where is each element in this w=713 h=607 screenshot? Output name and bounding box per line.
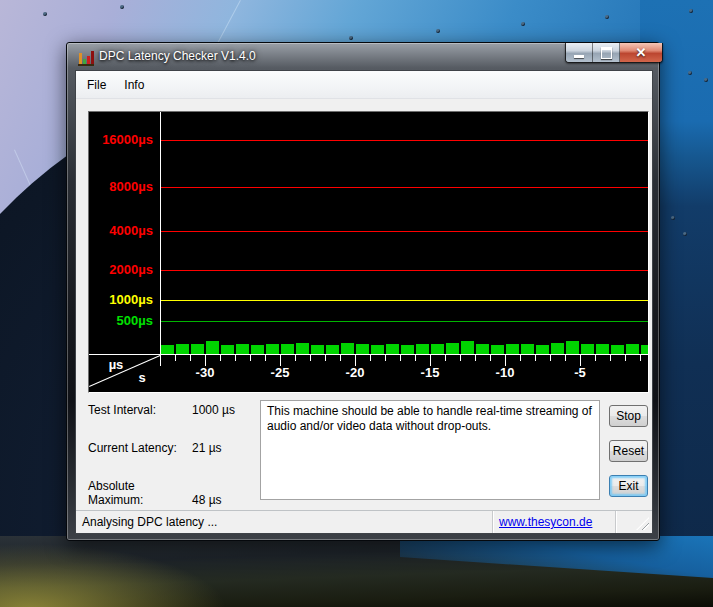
- title-bar[interactable]: DPC Latency Checker V1.4.0 ✕: [67, 43, 659, 70]
- x-axis-minor-tick: [520, 354, 521, 361]
- latency-bar: [236, 344, 249, 354]
- rivet-dot: [349, 36, 353, 40]
- maximize-button[interactable]: [593, 43, 620, 62]
- x-axis-minor-tick: [565, 354, 566, 361]
- latency-bar: [311, 345, 324, 354]
- threshold-line-8000µs: [161, 187, 648, 188]
- app-icon-bar: [87, 56, 90, 64]
- rivet-dot: [704, 78, 708, 82]
- x-axis-minor-tick: [295, 354, 296, 361]
- chart-plot: µs s 16000µs8000µs4000µs2000µs1000µs500µ…: [89, 112, 648, 392]
- app-icon-bar: [83, 59, 86, 64]
- x-axis-minor-tick: [325, 354, 326, 361]
- x-axis-tick-label: -20: [335, 365, 375, 380]
- x-axis-minor-tick: [310, 354, 311, 361]
- latency-bar: [626, 344, 639, 354]
- x-axis-tick-label: -5: [560, 365, 600, 380]
- y-axis-label: 500µs: [89, 313, 153, 329]
- minimize-button[interactable]: [566, 43, 593, 62]
- x-axis-tick-label: -25: [260, 365, 300, 380]
- latency-bar: [191, 344, 204, 354]
- x-axis-minor-tick: [250, 354, 251, 361]
- rivet-dot: [120, 5, 124, 9]
- latency-bar: [341, 343, 354, 354]
- x-axis-minor-tick: [385, 354, 386, 361]
- menu-info[interactable]: Info: [115, 75, 153, 95]
- y-axis-unit-label: µs: [99, 357, 133, 372]
- latency-bar: [446, 343, 459, 354]
- x-axis-minor-tick: [220, 354, 221, 361]
- latency-bar: [506, 344, 519, 354]
- stat-label: Absolute Maximum:: [88, 479, 192, 507]
- x-axis-tick-label: -30: [185, 365, 225, 380]
- latency-bar: [521, 344, 534, 354]
- x-axis-minor-tick: [595, 354, 596, 361]
- latency-bar: [281, 344, 294, 354]
- app-icon-bar: [79, 53, 82, 64]
- stat-label: Test Interval:: [88, 403, 192, 417]
- threshold-line-2000µs: [161, 270, 648, 271]
- status-link-panel: www.thesycon.de: [493, 511, 616, 533]
- app-icon: [78, 49, 94, 66]
- exit-button[interactable]: Exit: [609, 475, 648, 497]
- close-button[interactable]: ✕: [620, 43, 662, 62]
- thesycon-link[interactable]: www.thesycon.de: [499, 515, 592, 529]
- latency-bar: [551, 343, 564, 354]
- latency-bar: [611, 345, 624, 354]
- stat-value: 1000 µs: [192, 403, 235, 417]
- rivet-dot: [43, 12, 47, 16]
- x-axis-minor-tick: [340, 354, 341, 361]
- latency-bar: [251, 345, 264, 354]
- x-axis-minor-tick: [415, 354, 416, 361]
- latency-bar: [476, 344, 489, 354]
- menu-file[interactable]: File: [78, 75, 115, 95]
- latency-bar: [536, 345, 549, 354]
- x-axis-minor-tick: [475, 354, 476, 361]
- stop-button[interactable]: Stop: [609, 405, 648, 427]
- x-axis-unit-label: s: [135, 370, 149, 385]
- latency-bar: [596, 344, 609, 354]
- window-content: File Info µs s 16000µs8000µs4000µs2000µs…: [75, 70, 653, 534]
- rivet-dot: [689, 9, 693, 13]
- latency-bar: [161, 345, 174, 354]
- x-axis-minor-tick: [610, 354, 611, 361]
- result-message-box: This machine should be able to handle re…: [260, 400, 600, 500]
- resize-grip[interactable]: [636, 517, 649, 530]
- minimize-icon: [574, 55, 584, 58]
- status-grip-panel: [616, 511, 652, 533]
- latency-bar: [371, 345, 384, 354]
- latency-bar: [221, 345, 234, 354]
- app-window: DPC Latency Checker V1.4.0 ✕ File Info µ…: [66, 42, 660, 541]
- x-axis-minor-tick: [490, 354, 491, 361]
- threshold-line-4000µs: [161, 231, 648, 232]
- app-icon-bar: [91, 51, 94, 64]
- rivet-dot: [683, 232, 687, 236]
- x-axis-minor-tick: [190, 354, 191, 361]
- y-axis-label: 16000µs: [89, 132, 153, 148]
- threshold-line-1000µs: [161, 300, 648, 301]
- latency-bar: [431, 344, 444, 354]
- x-axis-minor-tick: [535, 354, 536, 361]
- rivet-dot: [605, 15, 609, 19]
- latency-bar: [401, 345, 414, 354]
- latency-bar: [461, 341, 474, 354]
- x-axis-minor-tick: [640, 354, 641, 361]
- latency-bar: [416, 344, 429, 354]
- stat-value: 21 µs: [192, 441, 222, 455]
- x-axis-minor-tick: [235, 354, 236, 361]
- stat-label: Current Latency:: [88, 441, 192, 455]
- latency-bar: [641, 345, 648, 354]
- status-text: Analysing DPC latency ...: [82, 515, 217, 529]
- latency-bar: [566, 341, 579, 354]
- x-axis-minor-tick: [175, 354, 176, 361]
- window-title: DPC Latency Checker V1.4.0: [99, 49, 256, 63]
- maximize-icon: [601, 47, 612, 59]
- latency-bar: [206, 341, 219, 354]
- latency-chart: µs s 16000µs8000µs4000µs2000µs1000µs500µ…: [88, 111, 649, 393]
- x-axis-minor-tick: [370, 354, 371, 361]
- rivet-dot: [521, 22, 525, 26]
- rivet-dot: [436, 29, 440, 33]
- reset-button[interactable]: Reset: [609, 440, 648, 462]
- rivet-dot: [688, 71, 692, 75]
- window-caption-buttons: ✕: [565, 43, 663, 63]
